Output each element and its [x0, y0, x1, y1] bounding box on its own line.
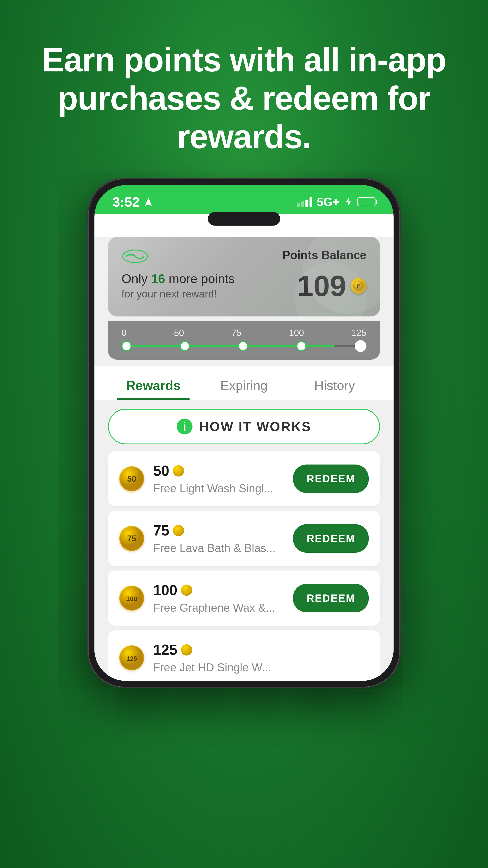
phone-screen: 3:52 5G+ — [94, 185, 394, 681]
svg-text:P: P — [357, 283, 360, 289]
reward-points-num-75: 75 — [153, 522, 169, 539]
signal-bar-1 — [297, 203, 300, 207]
reward-coin-small-75 — [173, 525, 184, 536]
reward-item-75: 75 75 Free Lava Bath & Blas... REDEEM — [108, 511, 380, 566]
points-sub: for your next reward! — [122, 288, 235, 300]
svg-text:50: 50 — [127, 474, 136, 484]
navigation-icon — [143, 197, 154, 207]
reward-desc-75: Free Lava Bath & Blas... — [153, 541, 284, 555]
svg-point-1 — [353, 281, 364, 291]
reward-points-row-100: 100 — [153, 582, 284, 598]
points-highlight: 16 — [151, 272, 165, 286]
tab-expiring[interactable]: Expiring — [199, 366, 289, 400]
how-it-works-button[interactable]: i HOW IT WORKS — [108, 409, 380, 444]
how-it-works-label: HOW IT WORKS — [199, 419, 311, 434]
milestone-100: 100 — [289, 328, 304, 338]
signal-bar-4 — [310, 197, 312, 207]
signal-bar-2 — [301, 202, 304, 207]
redeem-button-100[interactable]: REDEEM — [293, 584, 369, 612]
app-content: Points Balance Only 16 more points for y… — [94, 237, 394, 681]
reward-item-125: 125 125 Free Jet HD Single W... — [108, 630, 380, 681]
hero-section: Earn points with all in-app purchases & … — [0, 0, 488, 179]
svg-text:75: 75 — [127, 534, 136, 543]
reward-item-50: 50 50 Free Light Wash Singl... REDEEM — [108, 451, 380, 506]
dot-100 — [296, 341, 306, 351]
dot-0 — [122, 341, 131, 351]
progress-track — [122, 342, 366, 350]
reward-info-75: 75 Free Lava Bath & Blas... — [153, 522, 284, 555]
redeem-button-75[interactable]: REDEEM — [293, 524, 369, 553]
reward-points-row-125: 125 — [153, 642, 369, 658]
reward-points-num-50: 50 — [153, 463, 169, 479]
tabs-section: Rewards Expiring History — [94, 366, 394, 400]
battery-icon — [357, 197, 376, 206]
reward-desc-125: Free Jet HD Single W... — [153, 661, 369, 674]
reward-info-50: 50 Free Light Wash Singl... — [153, 463, 284, 495]
svg-text:100: 100 — [126, 595, 137, 602]
svg-text:125: 125 — [127, 655, 137, 662]
status-time: 3:52 — [112, 194, 154, 210]
phone-wrapper: 3:52 5G+ — [70, 179, 418, 687]
phone-frame: 3:52 5G+ — [88, 179, 400, 687]
reward-info-100: 100 Free Graphene Wax &... — [153, 582, 284, 614]
milestone-125: 125 — [351, 328, 366, 338]
brand-logo — [122, 248, 149, 265]
points-text: Only 16 more points — [122, 271, 235, 286]
reward-badge-75: 75 — [119, 526, 144, 551]
rewards-list: i HOW IT WORKS — [94, 409, 394, 681]
reward-coin-small-50 — [173, 465, 184, 476]
reward-item-100: 100 100 Free Graphene Wax &... REDEEM — [108, 570, 380, 626]
redeem-button-50[interactable]: REDEEM — [293, 465, 369, 493]
info-icon: i — [177, 418, 193, 434]
reward-desc-50: Free Light Wash Singl... — [153, 482, 284, 495]
reward-coin-small-125 — [181, 644, 192, 655]
hero-title: Earn points with all in-app purchases & … — [36, 41, 452, 156]
progress-section: 0 50 75 100 125 — [108, 321, 380, 360]
milestone-50: 50 — [174, 328, 184, 338]
reward-points-row-50: 50 — [153, 463, 284, 479]
dot-50 — [180, 341, 190, 351]
points-text-block: Only 16 more points for your next reward… — [122, 271, 235, 300]
reward-badge-125: 125 — [119, 645, 144, 670]
progress-dots — [122, 340, 366, 352]
dot-125 — [355, 340, 366, 352]
milestone-0: 0 — [122, 328, 127, 338]
reward-points-num-100: 100 — [153, 582, 177, 598]
reward-badge-50: 50 — [119, 466, 144, 491]
card-top: Points Balance — [122, 248, 366, 265]
tab-history[interactable]: History — [289, 366, 380, 400]
points-num-value: 109 — [297, 271, 346, 301]
status-bar: 3:52 5G+ — [94, 185, 394, 214]
card-middle: Only 16 more points for your next reward… — [122, 271, 366, 301]
reward-desc-100: Free Graphene Wax &... — [153, 601, 284, 614]
coin-icon-large: P — [351, 278, 366, 294]
signal-bars — [297, 197, 312, 207]
reward-info-125: 125 Free Jet HD Single W... — [153, 642, 369, 674]
tab-rewards[interactable]: Rewards — [108, 366, 199, 400]
reward-coin-small-100 — [181, 585, 192, 596]
dynamic-island — [208, 212, 280, 225]
battery-fill — [359, 199, 369, 205]
status-right: 5G+ — [297, 195, 376, 209]
charging-icon — [344, 197, 353, 206]
milestone-75: 75 — [231, 328, 241, 338]
progress-labels: 0 50 75 100 125 — [122, 328, 366, 338]
signal-bar-3 — [305, 199, 308, 207]
dot-75 — [238, 341, 248, 351]
network-text: 5G+ — [317, 195, 339, 209]
points-balance-label: Points Balance — [282, 248, 366, 262]
points-number: 109 P — [297, 271, 366, 301]
points-card: Points Balance Only 16 more points for y… — [108, 237, 380, 316]
reward-badge-100: 100 — [119, 586, 144, 611]
reward-points-row-75: 75 — [153, 522, 284, 539]
reward-points-num-125: 125 — [153, 642, 177, 658]
